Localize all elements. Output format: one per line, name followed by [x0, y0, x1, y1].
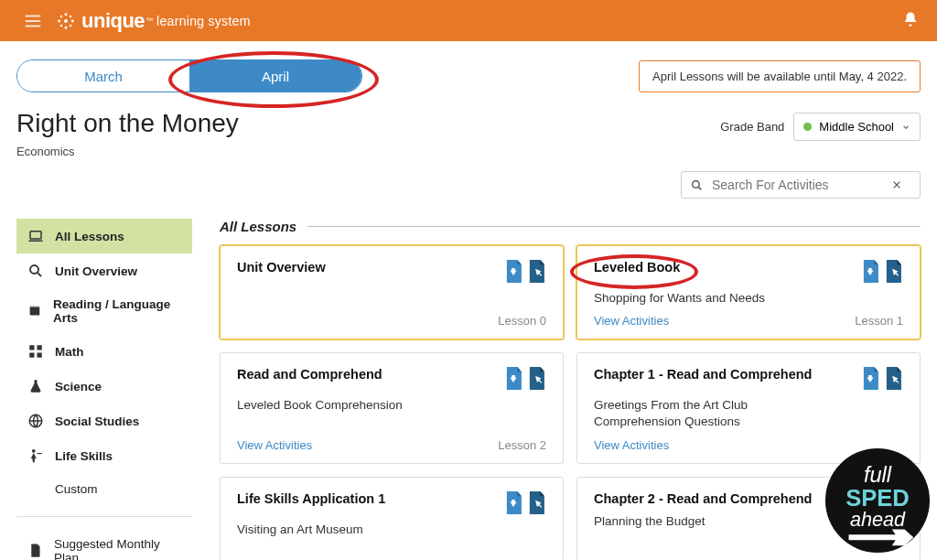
page-subtitle: Economics	[16, 145, 921, 158]
svg-point-3	[64, 18, 68, 22]
sidebar-item-label: Suggested Monthly Plan	[54, 537, 181, 560]
clear-search-icon[interactable]	[892, 180, 901, 189]
sidebar-item-science[interactable]: Science	[16, 369, 192, 404]
svg-point-12	[693, 180, 700, 188]
interactive-doc-icon[interactable]	[883, 367, 903, 390]
svg-point-5	[65, 26, 68, 28]
sidebar-item-custom[interactable]: Custom	[16, 473, 192, 505]
svg-rect-24	[38, 353, 42, 358]
card-title: Life Skills Application 1	[237, 491, 385, 506]
tab-march[interactable]: March	[17, 60, 189, 92]
grade-band-label: Grade Band	[720, 120, 784, 134]
card-description: Leveled Book Comprehension	[237, 397, 546, 414]
lesson-card[interactable]: Leveled Book Shopping for Wants and Need…	[576, 245, 921, 339]
lesson-card[interactable]: Read and Comprehend Leveled Book Compreh…	[220, 352, 564, 463]
svg-text:full: full	[864, 463, 892, 487]
svg-line-19	[38, 273, 41, 276]
notifications-button[interactable]	[902, 11, 919, 31]
card-title: Leveled Book	[594, 260, 680, 275]
page-title: Right on the Money	[16, 109, 239, 138]
pdf-doc-icon[interactable]	[860, 260, 880, 283]
svg-point-6	[58, 19, 60, 22]
sidebar-item-label: All Lessons	[55, 230, 124, 243]
interactive-doc-icon[interactable]	[526, 260, 546, 283]
book-icon	[27, 303, 42, 319]
pdf-doc-icon[interactable]	[503, 491, 523, 514]
sidebar: All Lessons Unit Overview Reading / Lang…	[16, 219, 192, 560]
menu-icon[interactable]	[23, 11, 43, 31]
lesson-cards: Unit Overview Lesson 0 Leveled Book	[220, 245, 921, 560]
grade-band-select[interactable]: Middle School	[793, 113, 921, 141]
lesson-number: Lesson 2	[498, 438, 546, 452]
magnify-icon	[27, 263, 44, 279]
sidebar-item-unit-overview[interactable]: Unit Overview	[16, 253, 192, 288]
sidebar-item-label: Social Studies	[55, 415, 139, 428]
tab-april[interactable]: April	[189, 60, 361, 92]
interactive-doc-icon[interactable]	[883, 260, 903, 283]
brand-subtitle: learning system	[156, 14, 251, 28]
sidebar-item-social-studies[interactable]: Social Studies	[16, 404, 192, 438]
view-activities-link[interactable]: View Activities	[594, 438, 669, 452]
lesson-card[interactable]: Unit Overview Lesson 0	[220, 245, 564, 339]
chevron-down-icon	[901, 123, 910, 132]
sidebar-item-all-lessons[interactable]: All Lessons	[16, 219, 192, 253]
globe-icon	[27, 413, 44, 429]
sidebar-divider	[16, 516, 192, 517]
card-description: Visiting an Art Museum	[237, 522, 546, 538]
search-input[interactable]	[712, 178, 892, 192]
logo-star-icon	[56, 11, 76, 31]
availability-note: April Lessons will be available until Ma…	[639, 60, 921, 92]
sidebar-item-reading[interactable]: Reading / Language Arts	[16, 288, 192, 334]
card-title: Chapter 1 - Read and Comprehend	[594, 367, 812, 382]
card-title: Unit Overview	[237, 260, 326, 275]
svg-point-7	[71, 19, 74, 22]
pdf-doc-icon[interactable]	[503, 260, 523, 283]
trademark: ™	[145, 16, 153, 25]
full-sped-ahead-badge: full SPED ahead	[824, 447, 932, 555]
sidebar-item-label: Unit Overview	[55, 264, 137, 278]
sidebar-item-life-skills[interactable]: Life Skills	[16, 438, 192, 473]
section-title: All Lessons	[220, 219, 296, 234]
pdf-doc-icon[interactable]	[860, 367, 880, 390]
sidebar-item-label: Custom	[55, 482, 98, 496]
sidebar-item-label: Reading / Language Arts	[53, 297, 181, 325]
card-title: Chapter 2 - Read and Comprehend	[594, 491, 812, 506]
pdf-icon	[27, 543, 43, 559]
grade-band-value: Middle School	[819, 120, 894, 134]
grade-status-dot	[803, 123, 812, 131]
laptop-icon	[27, 228, 44, 244]
lesson-number: Lesson 0	[498, 314, 546, 328]
svg-point-9	[70, 15, 72, 17]
svg-text:ahead: ahead	[850, 508, 906, 531]
svg-rect-16	[30, 232, 41, 239]
person-icon	[27, 447, 44, 464]
svg-point-26	[32, 449, 36, 453]
lesson-card[interactable]: Life Skills Application 1 Visiting an Ar…	[220, 477, 564, 560]
svg-rect-23	[29, 353, 34, 358]
view-activities-link[interactable]: View Activities	[237, 438, 312, 452]
search-icon	[691, 179, 703, 191]
lesson-number: Lesson 1	[855, 314, 903, 328]
sidebar-item-label: Math	[55, 345, 84, 359]
pdf-doc-icon[interactable]	[503, 367, 523, 390]
month-tabs: March April	[16, 59, 362, 92]
interactive-doc-icon[interactable]	[526, 491, 546, 514]
search-box	[681, 171, 921, 199]
card-description: Shopping for Wants and Needs	[594, 290, 903, 307]
view-activities-link[interactable]: View Activities	[594, 314, 669, 328]
svg-point-4	[65, 13, 68, 16]
svg-point-11	[70, 24, 72, 27]
sidebar-item-monthly-plan[interactable]: Suggested Monthly Plan	[16, 528, 192, 560]
grid-icon	[27, 343, 44, 360]
svg-rect-21	[29, 345, 34, 350]
svg-rect-20	[30, 307, 40, 307]
svg-point-18	[30, 265, 38, 274]
svg-rect-27	[38, 453, 42, 454]
brand-logo[interactable]: unique ™ learning system	[56, 9, 251, 33]
brand-name: unique	[81, 9, 145, 33]
sidebar-item-math[interactable]: Math	[16, 334, 192, 369]
interactive-doc-icon[interactable]	[526, 367, 546, 390]
sidebar-item-label: Life Skills	[55, 449, 113, 463]
section-divider	[307, 226, 921, 227]
svg-line-13	[698, 187, 701, 189]
